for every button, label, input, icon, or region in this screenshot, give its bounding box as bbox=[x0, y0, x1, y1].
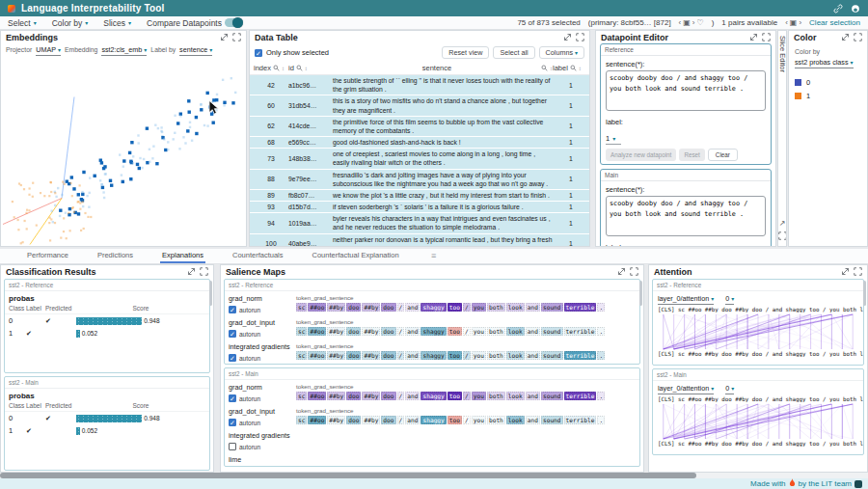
sentence-textarea[interactable] bbox=[606, 70, 766, 111]
table-row[interactable]: 42a1bc96…the subtle strength of `` ellin… bbox=[250, 75, 589, 95]
table-row[interactable]: 941019aa…byler reveals his characters in… bbox=[250, 213, 589, 233]
model-subtab[interactable]: sst2 - Reference bbox=[653, 280, 863, 291]
share-link-icon[interactable] bbox=[833, 4, 843, 14]
sentence-textarea[interactable] bbox=[606, 196, 766, 236]
sort-icon[interactable]: ↕ bbox=[579, 66, 582, 71]
divider-drag-handle[interactable]: ≡ bbox=[431, 251, 436, 260]
only-show-selected-checkbox[interactable]: ✓ bbox=[255, 49, 262, 57]
slices-menu[interactable]: Slices▾ bbox=[103, 18, 131, 28]
classification-row: 0✔0.948 bbox=[5, 314, 209, 327]
select-all-button[interactable]: Select all bbox=[493, 46, 534, 59]
expand-icon[interactable] bbox=[841, 33, 850, 41]
expand-icon[interactable] bbox=[563, 33, 572, 41]
clear-selection-link[interactable]: Clear selection bbox=[809, 18, 860, 27]
scrollbar[interactable] bbox=[209, 281, 212, 306]
fullscreen-icon[interactable] bbox=[630, 267, 638, 276]
attention-layer-select[interactable]: layer_0/attention▾ bbox=[658, 384, 714, 394]
column-header-sentence[interactable]: sentence bbox=[333, 64, 541, 72]
label-by-select[interactable]: sentence▾ bbox=[179, 45, 212, 56]
expand-icon[interactable] bbox=[841, 267, 850, 276]
prev-datapoint-icon[interactable]: ‹ bbox=[679, 18, 682, 27]
embedding-scatter-plot[interactable] bbox=[1, 58, 246, 246]
salience-token: doo bbox=[381, 416, 395, 424]
salience-token: ##by bbox=[362, 392, 380, 400]
embedding-select[interactable]: sst2:cls_emb▾ bbox=[101, 45, 147, 56]
attention-head-select[interactable]: 0▾ bbox=[725, 294, 734, 305]
clear-button[interactable]: Clear bbox=[708, 149, 738, 161]
fullscreen-icon[interactable] bbox=[200, 267, 208, 276]
search-icon[interactable] bbox=[541, 65, 548, 71]
autorun-checkbox[interactable]: ✓ bbox=[229, 419, 236, 426]
salience-method-row: integrated gradientsautorun bbox=[225, 428, 639, 452]
autorun-label: autorun bbox=[239, 444, 260, 450]
tab-counterfactuals[interactable]: Counterfactuals bbox=[231, 249, 285, 263]
autorun-checkbox[interactable]: ✓ bbox=[229, 306, 236, 313]
table-row[interactable]: 73148b38…one of creepiest , scariest mov… bbox=[250, 149, 589, 169]
columns-button[interactable]: Columns▾ bbox=[539, 46, 584, 59]
autorun-checkbox[interactable]: ✓ bbox=[229, 330, 236, 338]
table-row[interactable]: 62414cde…the primitive force of this fil… bbox=[250, 117, 589, 137]
expand-icon[interactable] bbox=[220, 33, 229, 41]
attention-layer-select[interactable]: layer_0/attention▾ bbox=[658, 294, 714, 305]
expand-icon[interactable] bbox=[749, 33, 758, 41]
model-subtab[interactable]: sst2 - Main bbox=[653, 369, 863, 381]
column-header-label[interactable]: label↕ bbox=[553, 64, 585, 72]
model-subtab[interactable]: sst2 - Main bbox=[5, 377, 209, 389]
tab-explanations[interactable]: Explanations bbox=[160, 249, 205, 263]
search-icon[interactable] bbox=[570, 65, 577, 71]
fullscreen-icon[interactable] bbox=[576, 33, 584, 41]
search-icon[interactable] bbox=[273, 65, 280, 71]
expand-icon[interactable] bbox=[187, 267, 196, 276]
primary-close: ) bbox=[712, 18, 715, 27]
prev-pair-icon[interactable]: ‹ bbox=[785, 18, 788, 27]
model-subtab[interactable]: sst2 - Main bbox=[225, 368, 639, 380]
attention-head-select[interactable]: 0▾ bbox=[725, 384, 734, 394]
autorun-label: autorun bbox=[239, 355, 260, 362]
next-datapoint-icon[interactable]: › bbox=[692, 18, 695, 27]
search-icon[interactable] bbox=[296, 65, 303, 71]
datapoint-grid-icon[interactable]: ▣ bbox=[683, 18, 691, 27]
sort-icon[interactable]: ↕ bbox=[305, 66, 308, 71]
table-row[interactable]: 89fb8c07…we know the plot 's a little cr… bbox=[250, 190, 589, 202]
column-header-id[interactable]: id↕ bbox=[288, 64, 333, 72]
fullscreen-icon[interactable] bbox=[762, 33, 771, 41]
pair-grid-icon[interactable]: ▣ bbox=[790, 18, 798, 27]
color-by-select[interactable]: sst2 probas class▾ bbox=[795, 58, 854, 68]
expand-icon[interactable] bbox=[617, 267, 626, 276]
tab-counterfactual-explanation[interactable]: Counterfactual Explanation bbox=[311, 249, 401, 263]
expand-slice-editor-icon[interactable]: ↗ bbox=[779, 219, 786, 228]
github-icon[interactable] bbox=[851, 4, 860, 14]
slice-editor-tab[interactable]: Slice Editor ↗ bbox=[777, 30, 787, 247]
table-row[interactable]: 68e569cc…good old-fashioned slash-and-ha… bbox=[250, 137, 589, 149]
fullscreen-icon[interactable] bbox=[232, 33, 241, 41]
tab-performance[interactable]: Performance bbox=[25, 249, 70, 263]
compare-datapoints-toggle[interactable] bbox=[225, 18, 243, 27]
fullscreen-icon[interactable] bbox=[854, 267, 862, 276]
next-pair-icon[interactable]: › bbox=[799, 18, 801, 27]
color-by-menu[interactable]: Color by▾ bbox=[52, 18, 89, 28]
projector-select[interactable]: UMAP▾ bbox=[36, 45, 61, 56]
scrollbar[interactable] bbox=[863, 281, 866, 306]
autorun-checkbox[interactable]: ✓ bbox=[229, 354, 236, 362]
table-row[interactable]: 889e79ee…fresnadillo 's dark and jolting… bbox=[250, 170, 589, 190]
reset-view-button[interactable]: Reset view bbox=[442, 46, 489, 59]
lit-team-icon[interactable] bbox=[854, 480, 862, 488]
autorun-checkbox[interactable]: ✓ bbox=[229, 394, 236, 402]
model-subtab[interactable]: sst2 - Reference bbox=[5, 280, 209, 291]
table-row[interactable]: 93d15b7d…if steven soderbergh 's ` solar… bbox=[250, 202, 589, 213]
table-row[interactable]: 10040abe9…neither parker nor donovan is … bbox=[250, 234, 589, 246]
column-header-index[interactable]: index↕ bbox=[254, 64, 288, 72]
fullscreen-icon[interactable] bbox=[854, 33, 862, 41]
model-subtab[interactable]: sst2 - Reference bbox=[225, 280, 639, 291]
label-select[interactable]: 1▾ bbox=[606, 134, 621, 145]
sort-icon[interactable]: ↕ bbox=[282, 66, 285, 71]
autorun-checkbox[interactable] bbox=[229, 443, 236, 450]
scrollbar[interactable] bbox=[639, 281, 642, 306]
score-value: 0.948 bbox=[144, 317, 159, 324]
table-row[interactable]: 6031db54…this is a story of two misfits … bbox=[250, 95, 589, 116]
fullscreen-icon[interactable] bbox=[778, 231, 787, 242]
tab-predictions[interactable]: Predictions bbox=[95, 249, 135, 263]
favorite-icon[interactable]: ♡ bbox=[697, 18, 704, 27]
select-menu[interactable]: Select▾ bbox=[8, 18, 37, 28]
sentence-search[interactable]: ↕ bbox=[541, 65, 553, 71]
